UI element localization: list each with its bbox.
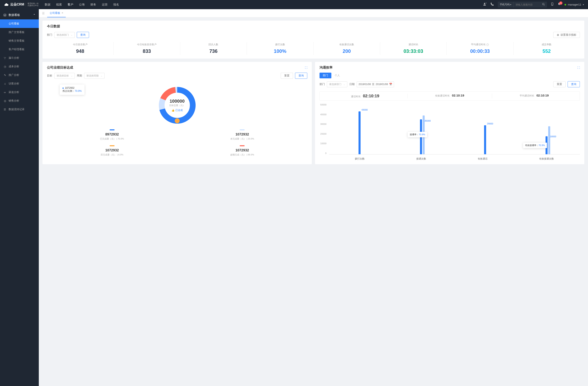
sidebar-group-dashboard[interactable]: 数据看板 ⌃ bbox=[0, 11, 39, 19]
target-select[interactable]: 请选择目标⌄ bbox=[54, 73, 75, 79]
query-button[interactable]: 查询 bbox=[77, 32, 89, 38]
metric-first-consult: 今日首咨客户948 bbox=[47, 42, 113, 55]
nav-finance[interactable]: 财务 bbox=[90, 0, 96, 9]
add-user-icon[interactable] bbox=[483, 2, 487, 7]
sidebar-item-flow[interactable]: ☰数据流转记录 bbox=[0, 105, 39, 114]
bell-icon[interactable]: 5 bbox=[558, 2, 561, 7]
date-range-input[interactable]: 2018/01/08至2018/01/08📅 bbox=[357, 81, 394, 87]
donut-tooltip: 1072932 所占比例：70.9% bbox=[60, 84, 84, 95]
legend-completed: 8972932已完成量（元） | 70.9% bbox=[47, 129, 177, 140]
dept-select[interactable]: 请选择部门⌄ bbox=[54, 32, 75, 38]
chart-tooltip-2: 有效接通率：70.9% bbox=[523, 143, 547, 148]
sidebar-item-channel[interactable]: ∞渠道分析 bbox=[0, 88, 39, 96]
tab-menu-icon[interactable]: ☰ bbox=[42, 12, 45, 15]
sidebar-sub-promo-mgr[interactable]: 推广主管看板 bbox=[0, 28, 39, 37]
dept-label: 部门 bbox=[319, 82, 325, 86]
settings-button[interactable]: ⚙设置显示指标 bbox=[553, 32, 580, 38]
metric-deals: 成交单数552 bbox=[513, 42, 580, 55]
today-title: 今日数据 bbox=[47, 24, 580, 29]
sidebar-item-funnel[interactable]: ▽漏斗分析 bbox=[0, 54, 39, 62]
nav-leads[interactable]: 线索 bbox=[56, 0, 62, 9]
date-label: 日期 bbox=[349, 82, 355, 86]
search-type-select[interactable]: 手机号码 ▾ bbox=[498, 2, 513, 8]
bar-valid-connect: 18000 有效接通率：70.9% bbox=[546, 126, 550, 154]
sidebar-item-sales[interactable]: ◎销售分析 bbox=[0, 96, 39, 105]
metric-revisit: 回访人数736 bbox=[180, 42, 247, 55]
info-icon[interactable]: ? bbox=[486, 43, 489, 46]
svg-point-0 bbox=[484, 3, 485, 4]
tab-bar: ☰ 公司看板 ✕ bbox=[39, 9, 588, 17]
list-icon: ☰ bbox=[3, 108, 6, 111]
sidebar-sub-sales-mgr[interactable]: 销售主管看板 bbox=[0, 37, 39, 45]
svg-rect-4 bbox=[4, 14, 6, 16]
metric-valid-calls: 有效通话次数200 bbox=[314, 42, 380, 55]
period-label: 周期 bbox=[77, 74, 82, 77]
query-button[interactable]: 查询 bbox=[567, 81, 580, 87]
goal-title: 公司业绩目标达成 bbox=[47, 65, 73, 70]
comm-card: 沟通效率 ⛶ 部门 个人 部门 请选择部门⌄ 日期 2018/01/08至201… bbox=[315, 62, 584, 164]
expand-icon[interactable]: ⛶ bbox=[577, 66, 580, 69]
today-card: 今日数据 部门 请选择部门⌄ 查询 ⚙设置显示指标 今日首咨客户948 今日有效… bbox=[42, 20, 584, 58]
bar-dial: 43000 bbox=[358, 111, 360, 154]
comm-title: 沟通效率 bbox=[319, 65, 333, 70]
funnel-icon: ▽ bbox=[3, 57, 6, 59]
query-button[interactable]: 查询 bbox=[295, 73, 307, 79]
target-label: 目标 bbox=[47, 74, 52, 77]
close-icon[interactable]: ✕ bbox=[62, 12, 63, 14]
bar-connect: 35000 接通率：70.9% bbox=[420, 116, 425, 154]
donut-chart: 100000 目标总量（元） 👍已达成 bbox=[157, 85, 198, 126]
metric-duration: 通话时长03:33:03 bbox=[380, 42, 447, 55]
nav-pool[interactable]: 公海 bbox=[79, 0, 85, 9]
nav-ops[interactable]: 运营 bbox=[102, 0, 108, 9]
seg-dept[interactable]: 部门 bbox=[319, 73, 331, 78]
sidebar-item-cost[interactable]: ◷成本分析 bbox=[0, 62, 39, 71]
nav-signup[interactable]: 报名 bbox=[113, 0, 119, 9]
chart-tooltip-1: 接通率：70.9% bbox=[408, 132, 427, 137]
dept-select[interactable]: 请选择部门⌄ bbox=[327, 81, 347, 87]
bar-chart: 50000 40000 30000 20000 10000 0 43000 bbox=[319, 103, 580, 161]
sidebar-sub-account-mgr[interactable]: 客户经理看板 bbox=[0, 45, 39, 54]
top-header: 云朵CRM 教育机构一站式服务云平台 数据 线索 客户 公海 财务 运营 报名 … bbox=[0, 0, 588, 9]
reset-button[interactable]: 重置 bbox=[281, 73, 293, 79]
dept-label: 部门 bbox=[47, 33, 52, 37]
thumbs-up-icon: 👍 bbox=[171, 109, 175, 112]
share-icon: ∞ bbox=[3, 91, 6, 94]
sidebar-item-promo[interactable]: ✎推广分析 bbox=[0, 71, 39, 79]
reset-button[interactable]: 重置 bbox=[553, 81, 566, 87]
gear-icon: ⚙ bbox=[557, 34, 559, 37]
expand-icon[interactable]: ⛶ bbox=[305, 66, 307, 69]
goal-card: 公司业绩目标达成 ⛶ 目标 请选择目标⌄ 周期 请选择周期⌄ 重置 查询 bbox=[42, 62, 312, 164]
search-input[interactable] bbox=[513, 2, 540, 7]
svg-point-3 bbox=[552, 5, 552, 5]
metrics-row: 今日首咨客户948 今日有效首咨客户833 回访人数736 拨打次数100% 有… bbox=[47, 42, 580, 55]
tab-company-board[interactable]: 公司看板 ✕ bbox=[47, 9, 66, 17]
period-select[interactable]: 请选择周期⌄ bbox=[84, 73, 105, 79]
headset-icon: ♫ bbox=[3, 82, 6, 85]
sidebar-sub-company[interactable]: 公司看板 bbox=[0, 19, 39, 28]
seg-personal[interactable]: 个人 bbox=[331, 73, 343, 78]
edit-icon: ✎ bbox=[3, 74, 6, 77]
legend-exceed: 1072932超额完成（元） | 89.9% bbox=[177, 145, 308, 156]
nav-customers[interactable]: 客户 bbox=[68, 0, 73, 9]
phone-icon[interactable] bbox=[490, 2, 494, 7]
clock-icon: ◷ bbox=[3, 65, 6, 68]
target-icon: ◎ bbox=[3, 99, 6, 102]
legend-incomplete: 1072932未完成量（元） | 20.9% bbox=[177, 129, 308, 140]
stat-bar: 通话时长02:10:19 有效通话时长02:10:19 平均通话时长02:10:… bbox=[319, 91, 580, 101]
segment-control: 部门 个人 bbox=[319, 73, 580, 78]
mobile-icon[interactable] bbox=[551, 2, 554, 7]
legend-should: 1072932应完成量（元） | 8.9% bbox=[47, 145, 177, 156]
search-button[interactable] bbox=[540, 2, 547, 8]
bar-valid: 29000 bbox=[484, 125, 486, 154]
user-menu[interactable]: manager11▾ bbox=[565, 3, 584, 6]
metric-valid-first: 今日有效首咨客户833 bbox=[113, 42, 180, 55]
dashboard-icon bbox=[3, 14, 6, 17]
svg-point-1 bbox=[543, 3, 544, 5]
svg-point-8 bbox=[175, 118, 180, 123]
sidebar-item-visitor[interactable]: ♫访客分析 bbox=[0, 79, 39, 88]
metric-avg-duration: 平均通话时长?00:00:33 bbox=[447, 42, 513, 55]
logo: 云朵CRM 教育机构一站式服务云平台 bbox=[4, 2, 39, 7]
chevron-up-icon: ⌃ bbox=[33, 14, 36, 17]
nav-data[interactable]: 数据 bbox=[45, 0, 50, 9]
top-nav: 数据 线索 客户 公海 财务 运营 报名 bbox=[45, 0, 119, 9]
